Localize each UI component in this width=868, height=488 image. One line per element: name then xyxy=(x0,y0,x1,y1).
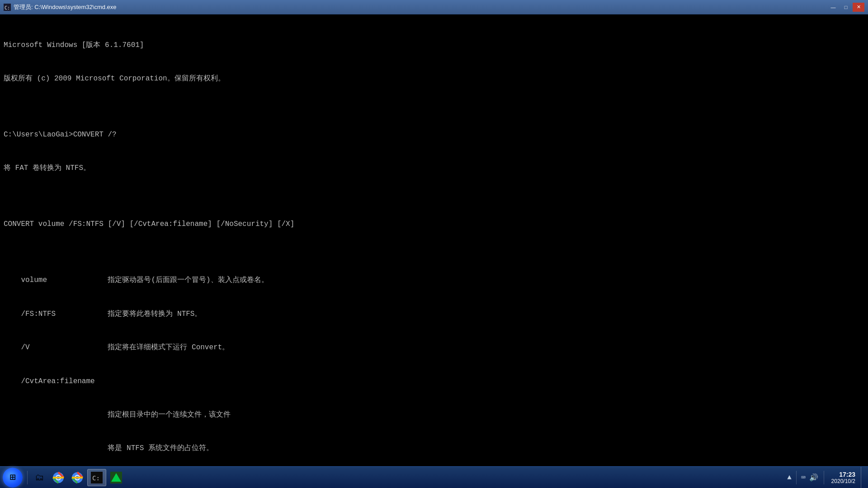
title-bar-buttons: — □ ✕ xyxy=(827,3,864,12)
clock-time: 17:23 xyxy=(839,471,855,478)
svg-text:C:: C: xyxy=(5,5,10,10)
clock-area[interactable]: 17:23 2020/10/2 xyxy=(829,471,858,484)
chrome-icon xyxy=(52,471,65,484)
tray-icons: ▲ ⌨ 🔊 xyxy=(786,471,819,484)
taskbar-item-cmd[interactable]: C: xyxy=(87,469,106,486)
cmd-line-7: CONVERT volume /FS:NTFS [/V] [/CvtArea:f… xyxy=(4,219,864,230)
taskbar-item-file-explorer[interactable]: 🗂 xyxy=(30,469,48,486)
clock-date: 2020/10/2 xyxy=(831,478,855,484)
cmd-line-12: /CvtArea:filename xyxy=(4,376,864,387)
app-icon xyxy=(110,471,123,484)
close-button[interactable]: ✕ xyxy=(853,3,864,12)
cmd-line-10: /FS:NTFS 指定要将此卷转换为 NTFS。 xyxy=(4,309,864,320)
chrome2-icon xyxy=(71,471,84,484)
cmd-line-4: C:\Users\LaoGai>CONVERT /? xyxy=(4,129,864,141)
window-title: 管理员: C:\Windows\system32\cmd.exe xyxy=(14,3,117,11)
cmd-line-13: 指定根目录中的一个连续文件，该文件 xyxy=(4,409,864,421)
cmd-icon: C: xyxy=(4,4,11,11)
taskbar-items: 🗂 xyxy=(29,467,783,488)
maximize-button[interactable]: □ xyxy=(840,3,852,12)
start-orb: ⊞ xyxy=(3,468,23,488)
taskbar-right: ▲ ⌨ 🔊 17:23 2020/10/2 xyxy=(783,467,868,488)
taskbar-item-app[interactable] xyxy=(107,469,125,486)
title-bar-left: C: 管理员: C:\Windows\system32\cmd.exe xyxy=(4,3,117,11)
tray-separator xyxy=(796,471,797,484)
volume-icon[interactable]: 🔊 xyxy=(808,472,819,483)
taskbar-item-chrome[interactable] xyxy=(49,469,67,486)
start-button[interactable]: ⊞ xyxy=(0,467,25,488)
cmd-line-11: /V 指定将在详细模式下运行 Convert。 xyxy=(4,342,864,353)
cmd-line-1: Microsoft Windows [版本 6.1.7601] xyxy=(4,40,864,51)
cmd-taskbar-icon: C: xyxy=(90,471,103,484)
cmd-line-14: 将是 NTFS 系统文件的占位符。 xyxy=(4,443,864,454)
expand-tray-icon[interactable]: ▲ xyxy=(786,473,793,483)
windows-logo-icon: ⊞ xyxy=(9,471,15,483)
minimize-button[interactable]: — xyxy=(827,3,839,12)
cmd-output: Microsoft Windows [版本 6.1.7601] 版权所有 (c)… xyxy=(4,17,864,466)
keyboard-icon[interactable]: ⌨ xyxy=(800,472,807,483)
svg-text:C:: C: xyxy=(92,474,100,482)
cmd-line-5: 将 FAT 卷转换为 NTFS。 xyxy=(4,163,864,174)
show-desktop-button[interactable] xyxy=(861,467,864,488)
cmd-line-9: volume 指定驱动器号(后面跟一个冒号)、装入点或卷名。 xyxy=(4,275,864,286)
cmd-line-2: 版权所有 (c) 2009 Microsoft Corporation。保留所有… xyxy=(4,73,864,84)
cmd-window: Microsoft Windows [版本 6.1.7601] 版权所有 (c)… xyxy=(0,14,868,466)
file-explorer-icon: 🗂 xyxy=(33,471,46,484)
taskbar-item-chrome2[interactable] xyxy=(68,469,86,486)
clock-separator xyxy=(824,471,824,484)
taskbar-separator-1 xyxy=(27,471,28,484)
title-bar: C: 管理员: C:\Windows\system32\cmd.exe — □ … xyxy=(0,0,868,14)
taskbar: ⊞ 🗂 xyxy=(0,466,868,488)
